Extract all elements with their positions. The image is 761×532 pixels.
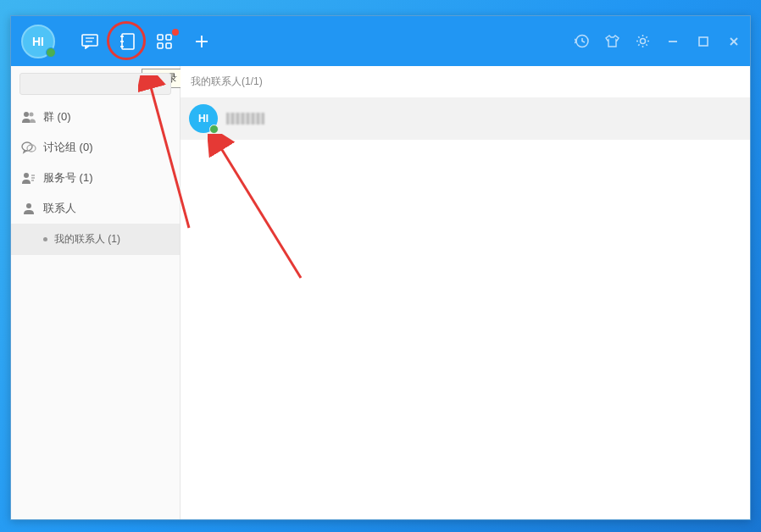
content-header: 我的联系人(1/1) — [181, 66, 750, 97]
sidebar-item-groups[interactable]: 群 (0) — [11, 102, 180, 132]
contacts-icon[interactable] — [118, 32, 136, 51]
sidebar-item-services[interactable]: 服务号 (1) — [11, 163, 180, 193]
subcategory-label: 我的联系人 (1) — [54, 232, 120, 247]
sidebar-item-contacts[interactable]: 联系人 — [11, 193, 180, 224]
svg-rect-3 — [122, 34, 134, 49]
groups-icon — [21, 109, 36, 125]
annotation-arrow-2 — [208, 134, 445, 303]
svg-rect-9 — [158, 43, 163, 48]
svg-rect-10 — [166, 43, 171, 48]
logo-text: HI — [32, 35, 44, 48]
titlebar: HI — [11, 16, 750, 66]
content-area: 我的联系人(1/1) HI — [181, 66, 750, 519]
close-icon[interactable] — [725, 32, 743, 51]
category-label: 服务号 (1) — [43, 170, 93, 186]
maximize-icon[interactable] — [694, 32, 713, 51]
svg-point-25 — [24, 173, 29, 178]
svg-point-21 — [24, 112, 29, 117]
main-area: 群 (0) 讨论组 (0) 服务号 (1) 联系人 — [11, 66, 750, 519]
contact-name-blurred — [226, 113, 264, 125]
svg-rect-0 — [82, 35, 97, 46]
svg-rect-8 — [166, 35, 171, 40]
avatar-text: HI — [198, 113, 208, 125]
apps-icon[interactable] — [155, 32, 174, 51]
window-controls — [572, 16, 743, 66]
sidebar-subitem-mycontacts[interactable]: 我的联系人 (1) — [11, 224, 180, 255]
service-icon — [21, 170, 36, 186]
minimize-icon[interactable] — [664, 32, 682, 51]
skin-icon[interactable] — [603, 32, 621, 51]
category-label: 群 (0) — [43, 109, 71, 125]
nav-icons — [81, 32, 211, 51]
discussion-icon — [21, 140, 36, 155]
sidebar: 群 (0) 讨论组 (0) 服务号 (1) 联系人 — [11, 66, 181, 519]
app-window: HI — [10, 15, 751, 520]
notification-dot — [172, 29, 179, 36]
add-icon[interactable] — [192, 32, 211, 51]
svg-rect-7 — [158, 35, 163, 40]
category-label: 讨论组 (0) — [43, 140, 93, 155]
contacts-list-icon — [21, 201, 36, 216]
settings-icon[interactable] — [633, 32, 652, 51]
history-icon[interactable] — [572, 32, 591, 51]
content-header-label: 我的联系人(1/1) — [191, 75, 263, 87]
messages-icon[interactable] — [81, 32, 99, 51]
svg-rect-16 — [699, 37, 708, 46]
svg-point-14 — [640, 39, 645, 44]
search-input[interactable] — [19, 73, 171, 95]
bullet-icon — [43, 237, 47, 241]
svg-line-27 — [219, 146, 301, 278]
sidebar-item-discussions[interactable]: 讨论组 (0) — [11, 132, 180, 163]
app-logo[interactable]: HI — [21, 25, 55, 58]
contact-avatar: HI — [189, 104, 218, 133]
category-label: 联系人 — [43, 201, 76, 216]
svg-point-22 — [30, 113, 34, 117]
svg-point-26 — [26, 203, 31, 208]
